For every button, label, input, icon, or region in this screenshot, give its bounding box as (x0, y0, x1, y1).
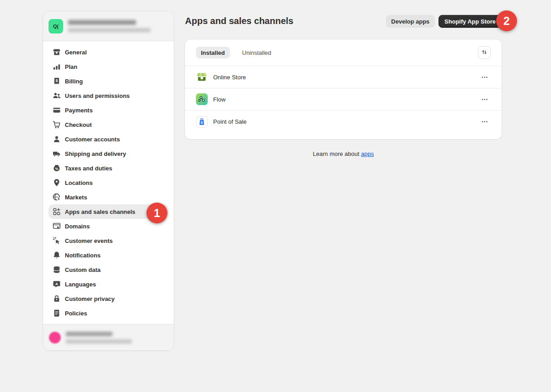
apps-card: Installed Uninstalled Online Store Flow … (185, 39, 502, 139)
payments-icon (52, 106, 61, 115)
pos-icon: S (196, 116, 208, 128)
svg-text:%: % (55, 167, 59, 171)
point-of-sale-menu-button[interactable] (478, 117, 491, 127)
shopify-app-store-button[interactable]: Shopify App Store (439, 15, 502, 28)
sidebar-item-label: Taxes and duties (65, 165, 112, 172)
sort-button[interactable] (478, 46, 491, 59)
truck-icon (52, 149, 61, 158)
settings-nav: General Plan $ Billing Users and permiss… (43, 41, 174, 324)
svg-text:S: S (200, 121, 203, 125)
learn-more-text: Learn more about apps (185, 150, 502, 157)
store-avatar: Q( (49, 19, 63, 34)
online-store-menu-button[interactable] (478, 72, 491, 82)
sidebar-item-label: Plan (65, 63, 77, 70)
svg-text:A: A (55, 282, 58, 286)
store-name-redacted (68, 20, 136, 25)
sidebar-item-custom-data[interactable]: Custom data (49, 262, 168, 277)
apps-link[interactable]: apps (361, 150, 374, 157)
sidebar-item-label: Domains (65, 223, 90, 230)
sidebar-item-locations[interactable]: Locations (49, 175, 168, 190)
user-email-redacted (66, 339, 132, 344)
markets-globe-icon: $ (52, 193, 61, 202)
storefront-icon (52, 48, 61, 57)
flow-menu-button[interactable] (478, 94, 491, 104)
store-switcher[interactable]: Q( (43, 11, 174, 41)
bell-icon (52, 251, 61, 260)
app-row-point-of-sale[interactable]: S Point of Sale (185, 111, 502, 133)
develop-apps-button[interactable]: Develop apps (386, 15, 435, 28)
users-icon (52, 91, 61, 100)
sidebar-item-label: Checkout (65, 121, 92, 128)
tab-label: Uninstalled (242, 49, 271, 56)
apps-list: Online Store Flow S Point of Sale (185, 66, 502, 133)
sidebar-item-label: Customer accounts (65, 136, 120, 143)
tab-installed[interactable]: Installed (196, 47, 230, 58)
annotation-badge-1: 1 (146, 203, 167, 223)
sidebar-item-policies[interactable]: Policies (49, 306, 168, 320)
sidebar-item-label: Policies (65, 310, 87, 317)
plan-icon (52, 62, 61, 71)
sidebar-item-languages[interactable]: A Languages (49, 277, 168, 291)
person-icon (52, 135, 61, 144)
billing-icon: $ (52, 77, 61, 86)
sidebar-item-checkout[interactable]: Checkout (49, 117, 168, 132)
sidebar-item-shipping-and-delivery[interactable]: Shipping and delivery (49, 146, 168, 161)
app-row-online-store[interactable]: Online Store (185, 66, 502, 88)
taxes-icon: % (52, 164, 61, 173)
cart-icon (52, 120, 61, 129)
lock-icon (52, 294, 61, 303)
sidebar-item-label: Notifications (65, 252, 101, 259)
header-actions: Develop apps Shopify App Store (185, 15, 502, 28)
online-store-icon (196, 71, 208, 83)
sidebar-item-label: General (65, 49, 87, 56)
cursor-click-icon (52, 236, 61, 245)
database-icon (52, 265, 61, 274)
sidebar-item-label: Users and permissions (65, 92, 130, 99)
sidebar-item-customer-privacy[interactable]: Customer privacy (49, 291, 168, 306)
sidebar-item-label: Customer privacy (65, 295, 115, 302)
sidebar-item-users-and-permissions[interactable]: Users and permissions (49, 88, 168, 103)
apps-grid-icon (52, 207, 61, 216)
tabs: Installed Uninstalled (196, 47, 276, 58)
store-avatar-initials: Q( (53, 24, 59, 29)
sidebar-item-payments[interactable]: Payments (49, 103, 168, 117)
sidebar-item-label: Billing (65, 78, 83, 85)
sidebar-item-billing[interactable]: $ Billing (49, 74, 168, 88)
tab-uninstalled[interactable]: Uninstalled (237, 47, 276, 58)
flow-icon (196, 93, 208, 105)
settings-sidebar: Q( General Plan $ Billing Users and perm… (43, 11, 174, 350)
app-name: Point of Sale (213, 118, 247, 125)
sidebar-item-notifications[interactable]: Notifications (49, 248, 168, 262)
user-info (66, 332, 132, 344)
sort-arrows-icon (481, 48, 488, 57)
sidebar-item-customer-accounts[interactable]: Customer accounts (49, 132, 168, 146)
user-profile[interactable] (43, 324, 174, 350)
sidebar-item-label: Apps and sales channels (65, 208, 135, 215)
tab-label: Installed (201, 49, 225, 56)
sidebar-item-label: Locations (65, 179, 93, 186)
translate-icon: A (52, 280, 61, 289)
sidebar-item-markets[interactable]: $ Markets (49, 190, 168, 204)
document-icon (52, 309, 61, 318)
store-email-redacted (68, 28, 151, 32)
sidebar-item-general[interactable]: General (49, 45, 168, 59)
app-row-flow[interactable]: Flow (185, 88, 502, 111)
sidebar-item-label: Markets (65, 194, 87, 201)
apps-card-tabbar: Installed Uninstalled (185, 39, 502, 66)
sidebar-item-label: Customer events (65, 237, 112, 244)
sidebar-item-taxes-and-duties[interactable]: % Taxes and duties (49, 161, 168, 175)
domains-icon (52, 222, 61, 231)
store-info (68, 20, 151, 32)
app-name: Online Store (213, 74, 246, 81)
sidebar-item-plan[interactable]: Plan (49, 59, 168, 74)
sidebar-item-label: Languages (65, 281, 96, 288)
sidebar-item-label: Custom data (65, 266, 101, 273)
sidebar-item-label: Shipping and delivery (65, 150, 126, 157)
learn-more-prefix: Learn more about (313, 150, 361, 157)
location-pin-icon (52, 178, 61, 187)
user-name-redacted (66, 332, 112, 336)
app-name: Flow (213, 96, 225, 103)
sidebar-item-label: Payments (65, 107, 93, 114)
annotation-badge-2: 2 (496, 10, 517, 31)
sidebar-item-customer-events[interactable]: Customer events (49, 233, 168, 248)
